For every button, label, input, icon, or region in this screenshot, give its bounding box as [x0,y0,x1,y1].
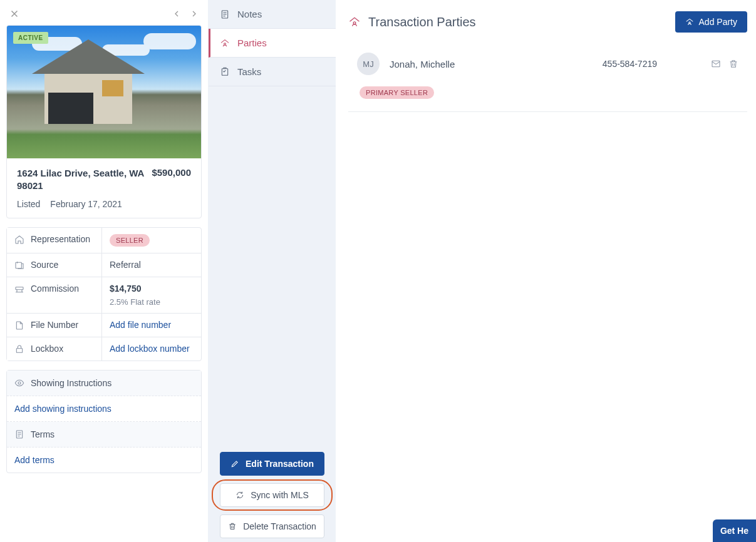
listed-date: February 17, 2021 [50,199,122,209]
nav-parties[interactable]: Parties [209,29,336,58]
property-image: ACTIVE [7,26,201,158]
notes-icon [220,9,230,19]
sync-icon [236,491,244,499]
terms-header: Terms [31,429,54,439]
svg-rect-1 [16,287,23,289]
nav-parties-label: Parties [237,38,267,48]
left-panel: ACTIVE 1624 Lilac Drive, Seattle, WA 980… [0,0,208,542]
property-price: $590,000 [152,167,191,193]
listed-label: Listed [17,199,40,209]
next-icon[interactable] [189,8,199,19]
avatar: MJ [357,53,380,75]
tasks-icon [220,67,230,77]
showing-header: Showing Instructions [31,378,111,388]
sync-mls-label: Sync with MLS [251,490,309,500]
parties-icon [220,38,230,48]
svg-point-9 [688,22,690,23]
commission-label: Commission [31,284,79,294]
source-label: Source [31,260,58,270]
close-icon[interactable] [9,8,20,19]
commission-amount: $14,750 [110,284,194,294]
delete-transaction-button[interactable]: Delete Transaction [220,514,324,538]
lockbox-label: Lockbox [31,344,63,354]
commission-icon [14,284,24,294]
page-title: Transaction Parties [348,15,476,29]
info-table: Representation SELLER Source Referral Co… [6,227,202,361]
showing-card: Showing Instructions Add showing instruc… [6,370,202,473]
lock-icon [14,344,24,354]
prev-icon[interactable] [172,8,182,19]
top-controls [6,6,202,21]
nav-arrows [172,8,199,19]
terms-link[interactable]: Add terms [7,447,201,473]
svg-point-8 [353,22,356,24]
property-address: 1624 Lilac Drive, Seattle, WA 98021 [17,167,144,193]
main-panel: Transaction Parties Add Party MJ Jonah, … [336,0,756,542]
party-name: Jonah, Michelle [390,59,455,69]
add-party-label: Add Party [699,17,737,27]
showing-link[interactable]: Add showing instructions [7,396,201,421]
sync-mls-button[interactable]: Sync with MLS [220,483,324,507]
nav-notes-label: Notes [237,9,262,19]
status-badge: ACTIVE [13,32,48,44]
add-party-icon [685,18,694,26]
commission-rate: 2.5% Flat rate [110,297,194,307]
delete-party-icon[interactable] [728,59,738,69]
party-phone: 455-584-7219 [603,59,657,69]
doc-icon [14,429,24,439]
svg-rect-2 [16,348,22,352]
house-icon [14,235,24,245]
nav-notes[interactable]: Notes [209,0,336,29]
svg-rect-7 [222,68,227,75]
mail-icon[interactable] [711,59,721,69]
eye-icon [14,378,24,388]
property-card: ACTIVE 1624 Lilac Drive, Seattle, WA 980… [6,25,202,218]
page-title-text: Transaction Parties [368,15,476,29]
file-icon [14,320,24,330]
add-party-button[interactable]: Add Party [675,11,747,33]
parties-header-icon [348,16,361,28]
svg-rect-10 [712,61,720,66]
representation-label: Representation [31,234,90,244]
file-number-label: File Number [31,320,78,330]
source-value: Referral [102,253,201,277]
nav-tasks-label: Tasks [237,66,261,77]
representation-pill: SELLER [110,234,150,247]
svg-rect-0 [16,262,21,268]
nav-tasks[interactable]: Tasks [209,58,336,86]
lockbox-link[interactable]: Add lockbox number [110,344,190,354]
svg-point-3 [18,382,21,384]
source-icon [14,260,24,270]
get-help-button[interactable]: Get He [713,519,756,542]
party-row[interactable]: MJ Jonah, Michelle 455-584-7219 PRIMARY … [348,50,747,112]
mid-nav: Notes Parties Tasks Edit Transaction Syn… [208,0,336,542]
svg-point-6 [224,43,226,44]
delete-transaction-label: Delete Transaction [243,521,316,531]
trash-icon [228,522,237,531]
party-role-badge: PRIMARY SELLER [360,86,434,99]
file-number-link[interactable]: Add file number [110,320,171,330]
pencil-icon [230,459,239,468]
edit-transaction-button[interactable]: Edit Transaction [220,452,324,476]
edit-transaction-label: Edit Transaction [246,459,314,469]
